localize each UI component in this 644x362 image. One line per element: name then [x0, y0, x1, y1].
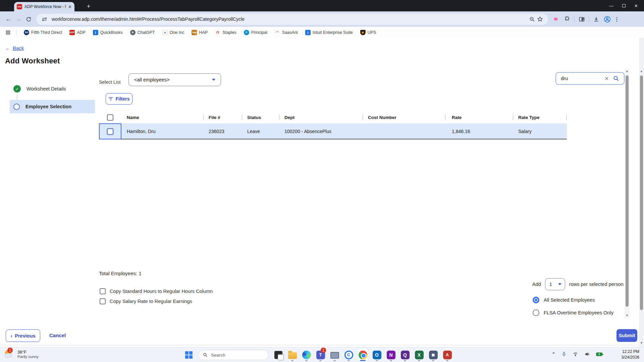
bookmark-staples[interactable]: ⊓Staples — [212, 29, 239, 36]
window-maximize-icon[interactable] — [622, 4, 626, 8]
select-all-checkbox[interactable] — [107, 114, 113, 121]
bookmark-principal[interactable]: PPrincipal — [241, 29, 270, 36]
reload-icon[interactable] — [23, 14, 34, 24]
browser-menu-kebab-icon[interactable]: ⋮ — [614, 16, 620, 22]
speaker-icon[interactable] — [584, 352, 590, 357]
zoom-page-icon[interactable] — [528, 15, 536, 23]
window-minimize-icon[interactable]: — — [609, 4, 613, 8]
bookmark-ups[interactable]: ◉UPS — [358, 29, 379, 36]
microphone-icon[interactable] — [561, 351, 567, 357]
excel-icon[interactable]: X — [414, 348, 424, 361]
site-settings-icon[interactable] — [40, 15, 48, 23]
row-checkbox-cell[interactable] — [99, 123, 121, 139]
teams-icon[interactable]: T1 — [315, 348, 326, 361]
search-icon[interactable] — [612, 74, 620, 82]
window-scrollbar[interactable]: ▲ ▼ — [639, 38, 644, 347]
radio-unselected-icon[interactable] — [533, 309, 539, 316]
employee-search-box[interactable]: ✕ — [555, 72, 625, 85]
bookmark-intuit-enterprise[interactable]: ❙Intuit Enterprise Suite — [303, 29, 356, 36]
inner-scrollbar[interactable]: ▲ ▼ — [625, 69, 630, 318]
column-divider[interactable] — [566, 115, 567, 120]
tray-chevron-up-icon[interactable]: ⌃ — [552, 352, 555, 357]
previous-button[interactable]: ‹ Previous — [6, 329, 40, 342]
copy-standard-hours-option[interactable]: Copy Standard Hours to Regular Hours Col… — [100, 288, 213, 294]
outlook-icon[interactable]: O — [372, 348, 382, 361]
copy-standard-hours-checkbox[interactable] — [100, 288, 106, 294]
scrollbar-thumb[interactable] — [626, 75, 629, 307]
rows-count-dropdown[interactable]: 1 — [545, 278, 565, 290]
column-header-status[interactable]: Status — [242, 115, 279, 120]
bookmark-adp[interactable]: ADPADP — [67, 29, 88, 36]
calculator-icon[interactable]: ▦ — [428, 348, 438, 361]
quickbooks-time-icon[interactable]: Q — [400, 348, 410, 361]
taskbar-clock[interactable]: 12:22 PM 3/24/2026 — [622, 349, 639, 360]
taskbar-weather-widget[interactable]: 1 36°F Partly sunny — [4, 349, 39, 360]
profile-avatar-icon[interactable] — [603, 15, 611, 23]
scrollbar-thumb[interactable] — [640, 75, 643, 310]
select-list-dropdown[interactable]: <all employees> — [128, 73, 221, 86]
scroll-down-icon[interactable]: ▼ — [639, 341, 644, 346]
column-header-name[interactable]: Name — [121, 115, 203, 120]
bookmark-saasant[interactable]: ◠SaasAnt — [272, 29, 301, 36]
employee-search-input[interactable] — [561, 76, 604, 81]
bookmark-quickbooks[interactable]: ❙QuickBooks — [90, 29, 125, 36]
acrobat-icon[interactable]: A — [442, 348, 452, 361]
column-header-file[interactable]: File # — [203, 115, 242, 120]
window-close-icon[interactable]: ✕ — [634, 4, 638, 8]
apps-grid-icon[interactable] — [4, 28, 12, 37]
file-explorer-icon[interactable] — [287, 348, 298, 361]
start-button-windows-icon[interactable] — [185, 351, 193, 359]
extensions-puzzle-icon[interactable] — [563, 15, 571, 23]
step-employee-selection[interactable]: Employee Selection — [10, 100, 95, 113]
back-nav-icon[interactable]: ← — [3, 14, 13, 24]
radio-all-selected-employees[interactable]: All Selected Employees — [533, 297, 595, 303]
table-row[interactable]: Hamilton, Dru 236023 Leave 100200 - Abse… — [99, 123, 567, 139]
battery-charging-icon[interactable] — [596, 352, 603, 357]
task-view-icon[interactable] — [273, 348, 283, 361]
scroll-down-icon[interactable]: ▼ — [625, 313, 630, 318]
submit-button[interactable]: Submit — [616, 329, 637, 342]
row-checkbox[interactable] — [107, 128, 113, 135]
radio-selected-icon[interactable] — [533, 297, 539, 303]
edge-icon[interactable] — [301, 348, 312, 361]
forward-nav-icon[interactable]: → — [13, 14, 23, 24]
clear-search-icon[interactable]: ✕ — [604, 75, 609, 82]
url-bar[interactable]: workforcenow.adp.com/theme/admin.html#/P… — [36, 14, 548, 25]
bookmark-chatgpt[interactable]: ✻ChatGPT — [127, 29, 158, 36]
bookmark-one-inc[interactable]: ⛰One Inc — [160, 29, 187, 36]
column-header-cost-number[interactable]: Cost Number — [363, 115, 445, 120]
taskbar-search-box[interactable]: Search — [199, 350, 268, 360]
cancel-link[interactable]: Cancel — [49, 333, 66, 338]
copy-salary-rate-checkbox[interactable] — [100, 298, 106, 304]
column-divider[interactable] — [363, 115, 363, 120]
copy-salary-rate-option[interactable]: Copy Salary Rate to Regular Earnings — [100, 298, 192, 304]
column-header-rate[interactable]: Rate — [445, 115, 513, 120]
column-divider[interactable] — [242, 115, 242, 120]
scroll-up-icon[interactable]: ▲ — [639, 69, 644, 74]
chrome-icon[interactable] — [358, 348, 368, 361]
onenote-icon[interactable]: N — [386, 348, 396, 361]
step-worksheet-details[interactable]: ✓ Worksheet Details — [10, 82, 95, 96]
column-header-dept[interactable]: Dept — [279, 115, 363, 120]
new-tab-button[interactable]: + — [85, 3, 93, 11]
scroll-up-icon[interactable]: ▲ — [625, 69, 630, 74]
bookmark-hap[interactable]: hapHAP — [189, 29, 210, 36]
filters-button[interactable]: Filters — [106, 93, 132, 105]
browser-tab[interactable]: ADP ADP Workforce Now - Manage ✕ — [14, 2, 74, 11]
saasant-extension-icon[interactable] — [552, 15, 560, 23]
side-search-panel-icon[interactable] — [578, 15, 586, 23]
column-divider[interactable] — [513, 115, 513, 120]
bookmark-star-icon[interactable] — [536, 15, 544, 23]
tab-close-icon[interactable]: ✕ — [68, 5, 72, 9]
column-divider[interactable] — [445, 115, 445, 120]
remote-desktop-icon[interactable] — [329, 348, 340, 361]
downloads-icon[interactable] — [592, 15, 600, 23]
column-divider[interactable] — [203, 115, 204, 120]
wifi-icon[interactable] — [573, 352, 578, 357]
radio-flsa-overtime-only[interactable]: FLSA Overtime Employees Only — [533, 309, 613, 316]
column-divider[interactable] — [279, 115, 279, 120]
back-link[interactable]: ← Back — [5, 45, 24, 51]
citrix-icon[interactable]: C — [343, 348, 354, 361]
bookmark-fifth-third[interactable]: 5/3Fifth Third Direct — [21, 29, 65, 36]
column-header-rate-type[interactable]: Rate Type — [513, 115, 567, 120]
